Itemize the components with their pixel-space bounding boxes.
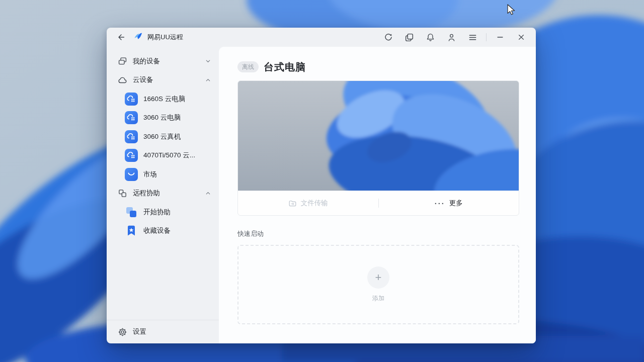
close-button[interactable] — [511, 30, 532, 45]
sidebar-item-remote-assist[interactable]: 远程协助 — [107, 184, 219, 203]
notifications-button[interactable] — [420, 30, 441, 45]
menu-icon — [468, 33, 477, 42]
cloud-pc-icon — [125, 93, 138, 106]
minimize-icon — [496, 33, 505, 42]
ellipsis-icon: ··· — [435, 200, 445, 207]
user-icon — [447, 33, 456, 42]
devices-icon — [118, 56, 127, 66]
assist-icon — [118, 189, 127, 198]
account-button[interactable] — [441, 30, 462, 45]
sidebar-item-my-devices[interactable]: 我的设备 — [107, 52, 219, 71]
cloud-pc-icon — [125, 149, 138, 162]
mouse-cursor — [506, 4, 517, 16]
favorite-icon — [125, 224, 138, 237]
titlebar: 网易UU远程 — [107, 28, 536, 47]
minimize-button[interactable] — [490, 30, 511, 45]
sidebar-item-label: 4070Ti/5070 云... — [143, 151, 195, 160]
multi-window-icon — [405, 33, 414, 42]
quick-launch-section: 快速启动 + 添加 — [237, 229, 519, 324]
titlebar-divider — [486, 33, 487, 41]
sidebar-item-label: 3060 云电脑 — [143, 113, 181, 122]
cloud-pc-icon — [125, 111, 138, 124]
device-preview-image[interactable] — [238, 81, 519, 191]
sidebar-item-cloud-phone-3060[interactable]: 3060 云真机 — [107, 127, 219, 146]
cloud-icon — [118, 75, 127, 85]
refresh-icon — [383, 33, 393, 42]
sidebar-item-label: 3060 云真机 — [143, 132, 181, 141]
device-header: 离线 台式电脑 — [237, 60, 519, 74]
gear-icon — [118, 327, 127, 337]
sidebar-item-label: 云设备 — [133, 75, 153, 84]
add-button[interactable]: + — [367, 266, 389, 289]
sidebar-item-favorite-devices[interactable]: 收藏设备 — [107, 222, 219, 241]
sidebar-item-cloud-pc-4070ti[interactable]: 4070Ti/5070 云... — [107, 146, 219, 165]
add-label: 添加 — [372, 294, 384, 303]
sidebar-item-label: 1660S 云电脑 — [143, 95, 185, 104]
more-button[interactable]: ··· 更多 — [379, 191, 519, 215]
main-panel: 离线 台式电脑 — [219, 47, 536, 343]
chevron-down-icon — [205, 58, 211, 64]
uu-logo-icon — [133, 32, 143, 43]
sidebar-footer: 设置 — [107, 320, 219, 343]
sidebar-item-label: 我的设备 — [133, 57, 160, 66]
sidebar-item-settings[interactable]: 设置 — [107, 320, 219, 343]
sidebar-item-market[interactable]: 市场 — [107, 165, 219, 184]
sidebar-item-start-assist[interactable]: 开始协助 — [107, 203, 219, 222]
device-card-actions: 文件传输 ··· 更多 — [238, 191, 519, 215]
plus-icon: + — [375, 272, 382, 283]
more-label: 更多 — [449, 199, 463, 208]
device-title: 台式电脑 — [264, 60, 306, 74]
sidebar-item-label: 收藏设备 — [143, 226, 171, 235]
chevron-up-icon — [205, 77, 211, 83]
back-button[interactable] — [114, 30, 129, 45]
back-icon — [117, 33, 126, 42]
bell-icon — [426, 33, 435, 42]
sidebar-item-cloud-pc-1660s[interactable]: 1660S 云电脑 — [107, 89, 219, 109]
desktop: 网易UU远程 — [0, 0, 644, 362]
file-transfer-label: 文件传输 — [301, 199, 328, 208]
cloud-pc-icon — [125, 130, 138, 143]
multi-window-button[interactable] — [398, 30, 420, 45]
sidebar-item-label: 设置 — [133, 327, 146, 336]
chevron-up-icon — [205, 191, 211, 196]
start-assist-icon — [125, 206, 138, 219]
sidebar-item-cloud-pc-3060[interactable]: 3060 云电脑 — [107, 109, 219, 128]
sidebar-item-label: 开始协助 — [143, 208, 171, 217]
sidebar-item-cloud-devices[interactable]: 云设备 — [107, 71, 219, 90]
market-icon — [125, 168, 138, 181]
quick-launch-box: + 添加 — [237, 245, 519, 324]
sidebar: 我的设备 云设备 — [107, 47, 219, 343]
quick-launch-title: 快速启动 — [237, 229, 519, 238]
status-badge: 离线 — [237, 61, 259, 72]
file-transfer-button[interactable]: 文件传输 — [238, 191, 378, 215]
close-icon — [517, 33, 526, 42]
app-title: 网易UU远程 — [147, 33, 183, 42]
app-window: 网易UU远程 — [107, 28, 536, 343]
sidebar-item-label: 远程协助 — [133, 189, 160, 198]
menu-button[interactable] — [462, 30, 483, 45]
refresh-button[interactable] — [377, 30, 398, 45]
file-transfer-icon — [288, 199, 297, 208]
sidebar-item-label: 市场 — [143, 170, 157, 179]
device-preview-card: 文件传输 ··· 更多 — [237, 80, 519, 216]
